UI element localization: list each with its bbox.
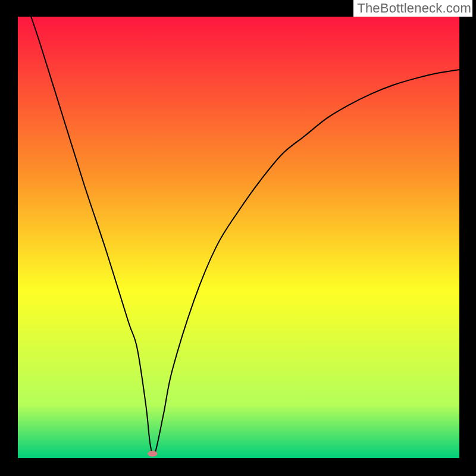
chart-frame: TheBottleneck.com <box>0 0 476 476</box>
plot-area <box>18 17 459 458</box>
watermark-text: TheBottleneck.com <box>353 0 472 17</box>
gradient-background <box>18 17 459 458</box>
plot-svg <box>18 17 459 458</box>
min-marker <box>148 451 157 457</box>
